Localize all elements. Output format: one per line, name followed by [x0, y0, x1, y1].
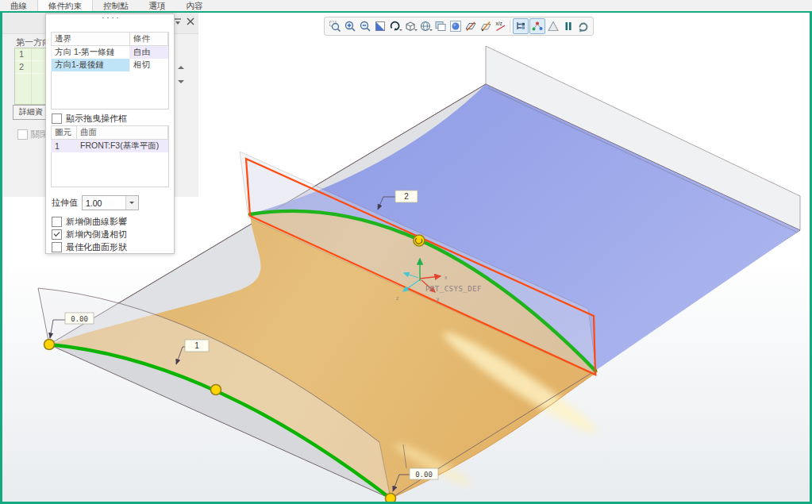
move-down-button[interactable] [175, 76, 187, 88]
panel-pin-icon[interactable] [173, 17, 184, 28]
closed-blend-checkbox[interactable]: 關閉 [17, 129, 48, 140]
display-style-icon[interactable] [403, 19, 418, 33]
table-row-selected[interactable]: 方向1-最後鏈 相切 [52, 59, 168, 71]
stretch-label: 拉伸值 [52, 197, 78, 209]
list-column-divider [31, 48, 32, 104]
svg-text:0.00: 0.00 [71, 315, 88, 323]
table-row[interactable]: 方向 1-第一條鏈 自由 [52, 46, 168, 60]
handle-curve1-end[interactable] [386, 494, 396, 504]
column-header-boundary[interactable]: 邊界 [52, 33, 130, 46]
axis-label-z: z [396, 295, 398, 301]
boundary-conditions-table: 邊界 條件 方向 1-第一條鏈 自由 方向1-最後鏈 相切 [51, 32, 168, 71]
zoom-region-icon[interactable] [328, 19, 342, 33]
svg-text:0.00: 0.00 [415, 471, 433, 479]
checkbox-box [17, 129, 28, 140]
csys-display-icon[interactable]: x/z [494, 19, 508, 33]
column-header-surface[interactable]: 曲面 [77, 126, 168, 140]
dimension-value-bottom[interactable]: 0.00 [410, 468, 438, 479]
plane-display-icon[interactable] [464, 19, 478, 33]
details-button[interactable]: 詳細資 [13, 105, 49, 120]
application-window: x y z PRT_CSYS_DEF 1 2 0.00 0.00 [0, 0, 812, 504]
shaded-view-icon[interactable] [448, 19, 463, 33]
view-manager-icon[interactable] [433, 19, 448, 33]
add-side-curve-checkbox[interactable]: 新增側曲線影響 [52, 216, 127, 228]
tab-options[interactable]: 選項 [139, 0, 176, 11]
geometry-checks-icon[interactable] [546, 19, 560, 33]
show-drag-handles-checkbox[interactable]: 顯示拖曳操作框 [52, 113, 127, 125]
chevron-down-icon[interactable] [125, 196, 138, 210]
svg-text:2: 2 [404, 192, 409, 201]
stretch-value[interactable]: 1.00 [83, 198, 125, 208]
chain-label-2[interactable]: 2 [395, 190, 418, 202]
tab-curve[interactable]: 曲線 [0, 0, 37, 11]
zoom-out-icon[interactable] [358, 19, 372, 33]
svg-text:x/z: x/z [495, 21, 502, 26]
list-item[interactable]: 1 [15, 48, 48, 61]
checkbox-label: 新增內側邊相切 [66, 229, 127, 240]
checkbox-box [52, 242, 62, 252]
column-header-condition[interactable]: 條件 [130, 33, 168, 46]
column-header-entity[interactable]: 圖元 [52, 126, 77, 140]
tab-properties[interactable]: 內容 [176, 0, 214, 11]
saved-orientations-icon[interactable] [418, 19, 433, 33]
repaint-icon[interactable] [373, 19, 387, 33]
handle-curve1-mid[interactable] [211, 385, 221, 395]
csys-name-label[interactable]: PRT_CSYS_DEF [425, 285, 482, 293]
point-display-icon[interactable] [529, 18, 545, 34]
checkbox-label: 最佳化曲面形狀 [66, 241, 127, 253]
checkbox-box-checked [52, 229, 62, 240]
dialog-drag-handle[interactable] [102, 17, 119, 19]
spin-center-icon[interactable] [388, 19, 402, 33]
annotation-display-icon[interactable] [479, 19, 493, 33]
checkbox-box [52, 113, 62, 124]
tab-control-points[interactable]: 控制點 [93, 0, 139, 11]
tab-constraints[interactable]: 條件約束 [37, 0, 93, 11]
toolbar-separator [510, 20, 510, 33]
handle-curve1-start[interactable] [44, 340, 55, 350]
add-inner-edge-tangent-checkbox[interactable]: 新增內側邊相切 [52, 229, 127, 240]
stretch-value-row: 拉伸值 1.00 [52, 195, 139, 210]
table-row-selected[interactable]: 1 FRONT:F3(基準平面) [52, 140, 168, 153]
resume-icon[interactable] [576, 19, 591, 33]
stretch-value-combobox[interactable]: 1.00 [82, 195, 139, 210]
optimize-surface-checkbox[interactable]: 最佳化曲面形狀 [52, 241, 127, 253]
zoom-in-icon[interactable] [343, 19, 357, 33]
ribbon-tab-bar: 曲線 條件約束 控制點 選項 內容 [0, 0, 812, 11]
tree-filter-icon[interactable] [513, 18, 529, 34]
svg-text:1: 1 [194, 341, 199, 350]
reference-surface-table: 圖元 曲面 1 FRONT:F3(基準平面) [51, 125, 168, 152]
chain-label-1[interactable]: 1 [185, 340, 209, 352]
dimension-value-left[interactable]: 0.00 [65, 313, 94, 324]
list-item[interactable]: 2 [15, 61, 48, 74]
move-up-button[interactable] [175, 62, 187, 74]
checkbox-label: 新增側曲線影響 [66, 216, 127, 228]
panel-close-icon[interactable] [186, 17, 197, 28]
direction-chain-list[interactable]: 1 2 [14, 48, 49, 105]
constraints-dialog[interactable]: 邊界 條件 方向 1-第一條鏈 自由 方向1-最後鏈 相切 顯示拖曳操作框 圖元… [45, 13, 175, 254]
pause-icon[interactable] [561, 19, 575, 33]
graphics-toolbar: x/z [324, 17, 594, 36]
checkbox-label: 顯示拖曳操作框 [66, 113, 127, 125]
checkbox-box [52, 217, 62, 227]
